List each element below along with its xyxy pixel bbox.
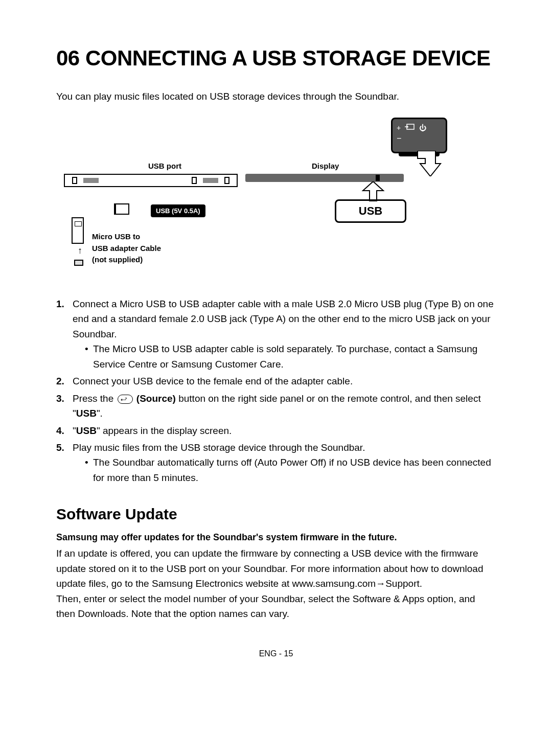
soundbar-ports: [69, 176, 233, 185]
step-4: "USB" appears in the display screen.: [56, 423, 496, 438]
power-icon: ⏻: [419, 124, 426, 132]
connection-diagram: USB port USB (5V 0.5A) ↑ Micro USB to US…: [56, 118, 496, 286]
soundbar-front-illustration: [245, 174, 404, 182]
adapter-cable-caption: Micro USB to USB adapter Cable (not supp…: [92, 231, 161, 266]
intro-text: You can play music files located on USB …: [56, 91, 496, 102]
step-1: Connect a Micro USB to USB adapter cable…: [56, 296, 496, 372]
instruction-list: Connect a Micro USB to USB adapter cable…: [56, 296, 496, 485]
software-update-para2: Then, enter or select the model number o…: [56, 591, 496, 622]
micro-usb-connector-icon: [114, 203, 129, 215]
arrow-up-icon: ↑: [78, 245, 82, 256]
plus-icon: +: [397, 124, 401, 132]
step-5: Play music files from the USB storage de…: [56, 440, 496, 485]
usb-port-label: USB port: [148, 162, 181, 170]
source-pictogram-icon: [405, 123, 415, 132]
minus-icon: −: [397, 134, 442, 143]
small-drive-icon: [74, 260, 83, 266]
step-5-note: The Soundbar automatically turns off (Au…: [85, 455, 496, 485]
software-update-note: Samsung may offer updates for the Soundb…: [56, 532, 496, 543]
usb-drive-icon: [72, 217, 84, 244]
display-device-illustration: + ⏻ −: [391, 118, 447, 153]
page-footer: ENG - 15: [56, 649, 496, 658]
step-3: Press the (Source) button on the right s…: [56, 391, 496, 421]
step-1-note: The Micro USB to USB adapter cable is so…: [85, 341, 496, 372]
pointer-down-icon: [412, 151, 443, 176]
display-label: Display: [312, 162, 339, 170]
software-update-heading: Software Update: [56, 506, 496, 523]
source-button-icon: [118, 395, 133, 404]
pointer-up-icon: [355, 181, 391, 202]
software-update-para1: If an update is offered, you can update …: [56, 546, 496, 591]
page-title: 06 CONNECTING A USB STORAGE DEVICE: [56, 46, 496, 71]
soundbar-display-dot: [376, 175, 380, 181]
usb-display-box: USB: [335, 199, 406, 223]
step-2: Connect your USB device to the female en…: [56, 374, 496, 388]
usb-power-label: USB (5V 0.5A): [151, 204, 205, 217]
